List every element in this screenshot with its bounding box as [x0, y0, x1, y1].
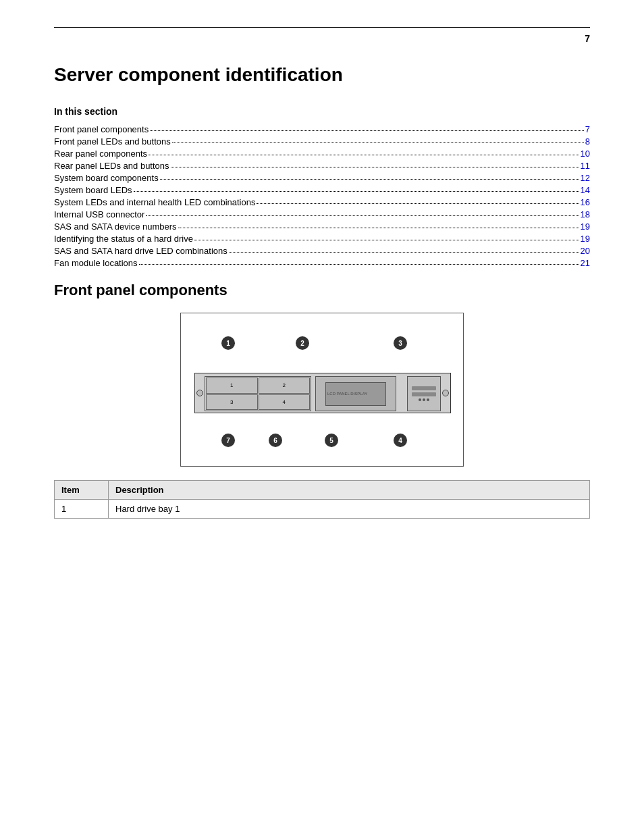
page-container: 7 Server component identification In thi… [0, 0, 644, 834]
toc-item: System board LEDs 14 [54, 184, 590, 195]
table-header-description: Description [109, 481, 590, 500]
callout-1: 1 [221, 336, 235, 350]
toc-item: Rear panel LEDs and buttons 11 [54, 160, 590, 171]
callout-4: 4 [394, 434, 407, 447]
toc-item: Identifying the status of a hard drive 1… [54, 233, 590, 244]
drive-bay-2: 2 [259, 377, 311, 394]
table-cell-description: Hard drive bay 1 [109, 500, 590, 519]
page-number: 7 [585, 33, 590, 44]
panel-inner: 1 2 3 4 LCD PANEL DISPLAY [195, 373, 450, 413]
drive-bay-4: 4 [259, 394, 311, 411]
server-panel-diagram: 1 2 3 4 LCD PANEL DISPLAY [194, 373, 451, 413]
toc-item: System board components 12 [54, 172, 590, 183]
callout-3: 3 [394, 336, 407, 350]
diagram-container: 1 2 3 1 2 3 4 [180, 313, 464, 467]
toc-item: Rear panel components 10 [54, 148, 590, 159]
in-this-section-label: In this section [54, 106, 590, 117]
toc-list: Front panel components 7 Front panel LED… [54, 124, 590, 268]
toc-item: Front panel components 7 [54, 124, 590, 134]
table-header-item: Item [55, 481, 109, 500]
toc-item: Internal USB connector 18 [54, 209, 590, 219]
drive-bay-3: 3 [206, 394, 258, 411]
middle-section: LCD PANEL DISPLAY [315, 376, 396, 411]
top-callouts: 1 2 3 [194, 334, 451, 353]
dot-2 [423, 398, 425, 401]
right-bar-1 [412, 386, 436, 390]
dot-1 [419, 398, 421, 401]
component-table: Item Description 1 Hard drive bay 1 [54, 480, 590, 519]
toc-item: SAS and SATA device numbers 19 [54, 221, 590, 232]
bottom-callouts: 7 6 5 4 [194, 434, 451, 452]
callout-7: 7 [221, 434, 235, 447]
right-circle [442, 390, 449, 396]
toc-item: System LEDs and internal health LED comb… [54, 197, 590, 207]
toc-item: SAS and SATA hard drive LED combinations… [54, 245, 590, 256]
drive-bay-1: 1 [206, 377, 258, 394]
top-rule: 7 [54, 27, 590, 44]
chapter-title: Server component identification [54, 64, 590, 86]
right-bar-2 [412, 392, 436, 396]
drive-bays-area: 1 2 3 4 [205, 376, 311, 411]
table-cell-item: 1 [55, 500, 109, 519]
right-section [407, 376, 441, 411]
callout-6: 6 [269, 434, 282, 447]
callout-2: 2 [296, 336, 309, 350]
dots-cluster [419, 398, 429, 401]
dot-3 [427, 398, 429, 401]
toc-item: Front panel LEDs and buttons 8 [54, 136, 590, 147]
lcd-area: LCD PANEL DISPLAY [325, 382, 386, 406]
section-title-front-panel: Front panel components [54, 282, 590, 299]
toc-item: Fan module locations 21 [54, 257, 590, 268]
table-row: 1 Hard drive bay 1 [55, 500, 590, 519]
left-circle [196, 390, 203, 396]
callout-5: 5 [325, 434, 338, 447]
diagram-inner: 1 2 3 1 2 3 4 [194, 334, 451, 452]
